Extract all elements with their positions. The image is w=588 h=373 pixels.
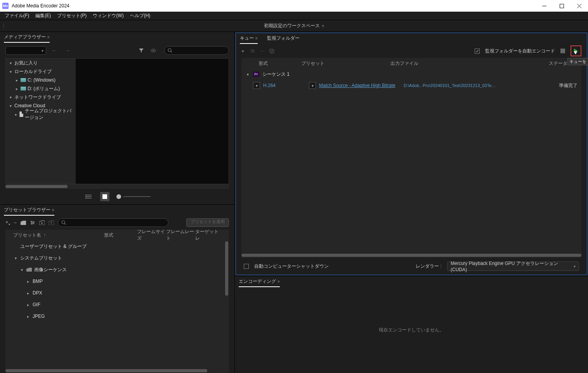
preset-dpx[interactable]: ▸DPX xyxy=(5,287,229,299)
svg-rect-1 xyxy=(560,4,564,8)
tree-drive-c[interactable]: ▸C: (Windows) xyxy=(6,76,76,84)
preset-image-seq[interactable]: ▾画像シーケンス xyxy=(5,264,229,275)
remove-preset-button[interactable]: − xyxy=(14,220,17,226)
queue-item-output[interactable]: D:\Adob.. Pro\20240101_Test\20231213_03T… xyxy=(404,83,497,88)
tree-local-drives[interactable]: ▾ローカルドライブ xyxy=(6,67,76,76)
renderer-dropdown[interactable]: Mercury Playback Engine GPU アクセラレーション (C… xyxy=(447,261,579,271)
chevron-down-icon: ▾ xyxy=(8,61,13,65)
remove-button[interactable]: − xyxy=(261,48,264,54)
menu-window[interactable]: ウィンドウ(W) xyxy=(90,12,127,20)
workspace-label[interactable]: 初期設定のワークスペース xyxy=(264,23,320,29)
queue-item-format[interactable]: H.264 xyxy=(263,83,306,88)
folder-icon xyxy=(26,268,32,272)
media-scrollbar-h[interactable] xyxy=(5,184,229,189)
auto-shutdown-checkbox[interactable] xyxy=(244,264,249,269)
nav-back-button[interactable]: ← xyxy=(49,47,59,54)
tree-team-projects[interactable]: ▸チームプロジェクトバージョン xyxy=(6,110,76,119)
chevron-right-icon: ▸ xyxy=(26,314,30,319)
zoom-slider[interactable] xyxy=(116,194,151,199)
tree-network-drives[interactable]: ▾ネットワークドライブ xyxy=(6,93,76,101)
preset-scrollbar-h[interactable] xyxy=(5,368,229,373)
chevron-right-icon: ▸ xyxy=(26,303,30,307)
menu-help[interactable]: ヘルプ(H) xyxy=(127,12,154,20)
maximize-button[interactable] xyxy=(553,0,571,12)
minimize-button[interactable] xyxy=(536,0,553,12)
preset-list: ユーザープリセット & グループ ▾システムプリセット ▾画像シーケンス ▸BM… xyxy=(5,241,229,368)
add-source-button[interactable]: + xyxy=(241,48,245,54)
start-queue-button[interactable] xyxy=(571,45,581,56)
document-icon xyxy=(19,112,23,117)
queue-source-row[interactable]: ▾ Pr シーケンス 1 xyxy=(241,69,581,80)
svg-point-18 xyxy=(33,222,34,223)
menu-edit[interactable]: 編集(E) xyxy=(32,12,54,20)
media-browser-tab[interactable]: メディアブラウザー≡ xyxy=(4,32,50,43)
format-dropdown-button[interactable]: ▾ xyxy=(253,82,260,89)
preset-system[interactable]: ▾システムプリセット xyxy=(5,252,229,264)
svg-point-20 xyxy=(62,221,65,224)
queue-scrollbar-h[interactable] xyxy=(241,253,581,258)
watch-folder-tab[interactable]: 監視フォルダー xyxy=(267,33,300,44)
col-format[interactable]: 形式 xyxy=(247,60,301,67)
encoding-tab[interactable]: エンコーディング≡ xyxy=(239,277,280,287)
panel-menu-icon[interactable]: ≡ xyxy=(255,36,258,40)
export-preset-button[interactable] xyxy=(49,220,54,225)
tree-favorites[interactable]: ▾お気に入り xyxy=(6,59,76,67)
preset-settings-button[interactable] xyxy=(30,220,35,225)
preset-browser-tab[interactable]: プリセットブラウザー≡ xyxy=(4,205,54,216)
preset-search-input[interactable] xyxy=(58,218,168,227)
svg-point-12 xyxy=(85,198,86,199)
col-preset[interactable]: プリセット xyxy=(301,60,390,67)
menu-preset[interactable]: プリセット(P) xyxy=(54,12,90,20)
location-dropdown[interactable]: ▾ xyxy=(5,46,46,55)
queue-item-row[interactable]: ▾ H.264 ▾ Match Source - Adaptive High B… xyxy=(241,80,581,91)
preset-scrollbar-v[interactable] xyxy=(225,241,228,368)
menubar: ファイル(F) 編集(E) プリセット(P) ウィンドウ(W) ヘルプ(H) xyxy=(0,12,588,20)
nav-forward-button[interactable]: → xyxy=(62,47,73,54)
preset-jpeg[interactable]: ▸JPEG xyxy=(5,310,229,322)
preset-dropdown-button[interactable]: ▾ xyxy=(309,82,316,89)
close-button[interactable] xyxy=(571,0,588,12)
ingest-icon[interactable] xyxy=(149,48,158,53)
queue-tab[interactable]: キュー≡ xyxy=(240,33,258,44)
col-preset-name[interactable]: プリセット名 xyxy=(13,232,41,239)
auto-shutdown-label: 自動コンピューターシャットダウン xyxy=(254,263,329,270)
panel-menu-icon[interactable]: ≡ xyxy=(278,279,280,284)
filter-icon[interactable] xyxy=(137,48,146,53)
preset-list-header: プリセット名↑ 形式 フレームサイズ フレームレート ターゲットレ xyxy=(5,230,229,241)
col-target[interactable]: ターゲットレ xyxy=(195,228,221,242)
queue-body: ▾ Pr シーケンス 1 ▾ H.264 ▾ Match Source - Ad… xyxy=(241,69,581,253)
add-preset-button[interactable]: +▾ xyxy=(5,219,10,226)
col-output[interactable]: 出力ファイル xyxy=(390,60,487,67)
duplicate-button[interactable] xyxy=(269,48,274,54)
drive-icon xyxy=(21,87,26,91)
import-preset-button[interactable] xyxy=(39,220,45,225)
menu-file[interactable]: ファイル(F) xyxy=(2,12,32,20)
app-icon: Me xyxy=(2,3,9,9)
workspace-menu-icon[interactable]: ≡ xyxy=(322,24,324,28)
panel-menu-icon[interactable]: ≡ xyxy=(47,35,50,39)
add-output-button[interactable] xyxy=(250,49,255,53)
thumbnail-view-button[interactable] xyxy=(100,192,109,201)
col-frame-rate[interactable]: フレームレート xyxy=(166,228,195,242)
col-format[interactable]: 形式 xyxy=(104,232,137,239)
chevron-down-icon: ▾ xyxy=(8,95,13,99)
queue-item-preset[interactable]: Match Source - Adaptive High Bitrate xyxy=(319,83,395,88)
media-search-input[interactable] xyxy=(164,46,229,55)
col-frame-size[interactable]: フレームサイズ xyxy=(137,228,166,242)
preset-bmp[interactable]: ▸BMP xyxy=(5,275,229,287)
preset-gif[interactable]: ▸GIF xyxy=(5,299,229,310)
chevron-down-icon: ▾ xyxy=(245,72,250,77)
auto-encode-checkbox[interactable] xyxy=(475,49,480,54)
apply-preset-button[interactable]: プリセットを適用 xyxy=(186,218,229,227)
stop-queue-button[interactable] xyxy=(560,49,565,53)
svg-point-11 xyxy=(85,196,86,197)
preset-user-group[interactable]: ユーザープリセット & グループ xyxy=(5,241,229,252)
new-group-button[interactable] xyxy=(21,220,26,225)
list-view-button[interactable] xyxy=(84,192,93,201)
svg-point-17 xyxy=(31,221,32,222)
auto-encode-label: 監視フォルダーを自動エンコード xyxy=(485,48,555,54)
media-browser-panel: メディアブラウザー≡ ▾ ← → ▾お気に入り ▾ローカルドライブ ▸C: (W… xyxy=(0,32,234,205)
panel-menu-icon[interactable]: ≡ xyxy=(52,208,54,212)
tree-drive-d[interactable]: ▸D: (ボリューム) xyxy=(6,84,76,93)
col-status[interactable]: ステータス xyxy=(487,60,576,67)
